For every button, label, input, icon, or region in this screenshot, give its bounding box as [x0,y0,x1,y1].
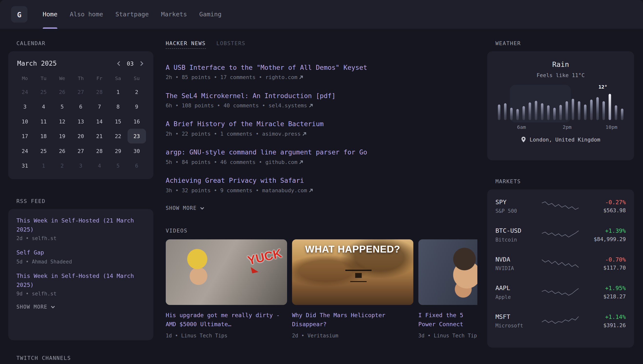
weather-section-title: WEATHER [495,40,634,46]
chevron-right-icon [139,60,145,66]
market-row[interactable]: AAPL Apple +1.95% $218.27 [495,278,626,307]
nav-tab-startpage[interactable]: Startpage [116,0,149,29]
calendar-day[interactable]: 23 [128,129,146,144]
video-title-link[interactable]: His upgrade got me really dirty - AMD $5… [166,310,287,329]
nav-tab-home[interactable]: Home [43,0,58,29]
calendar-day[interactable]: 5 [109,158,127,173]
calendar-day[interactable]: 12 [53,114,71,128]
nav-tab-also-home[interactable]: Also home [70,0,103,29]
calendar-day[interactable]: 1 [34,158,53,173]
market-quote: +1.39% $84,999.29 [579,228,626,242]
calendar-day[interactable]: 20 [72,129,90,144]
rss-item-title-link[interactable]: This Week in Self-Hosted (21 March 2025) [16,216,145,234]
calendar-day[interactable]: 26 [53,84,71,99]
story-title-link[interactable]: argp: GNU-style command line argument pa… [166,148,477,156]
market-row[interactable]: SPY S&P 500 -0.27% $563.98 [495,192,626,220]
story-meta-text: 5h • 84 points • 46 comments [166,159,256,165]
calendar-day[interactable]: 30 [128,144,146,158]
calendar-day[interactable]: 5 [53,99,71,114]
market-price: $117.70 [579,265,626,271]
rss-feed-list: This Week in Self-Hosted (21 March 2025)… [16,216,145,297]
calendar-day[interactable]: 25 [34,144,53,158]
story-source-link[interactable]: asimov.press [262,131,306,137]
calendar-day[interactable]: 4 [90,158,109,173]
story-title-link[interactable]: Achieving Great Privacy with Safari [166,177,477,184]
calendar-day[interactable]: 7 [90,99,109,114]
market-symbol: MSFT [495,313,542,320]
video-title-link[interactable]: I Fixed the 5 Power Connect [418,310,477,329]
video-title-link[interactable]: Why Did The Mars Helicopter Disappear? [292,310,413,329]
story-source-link[interactable]: righto.com [265,74,303,80]
top-nav: G Home Also home Startpage Markets Gamin… [0,0,643,29]
calendar-day[interactable]: 21 [90,129,109,144]
calendar-day[interactable]: 15 [109,114,127,128]
story-title-link[interactable]: A Brief History of the Miracle Bacterium [166,120,477,128]
calendar-day[interactable]: 13 [72,114,90,128]
news-show-more-button[interactable]: SHOW MORE [166,205,205,211]
video-thumbnail[interactable]: DO T T [418,239,477,305]
market-change: +1.14% [579,314,626,320]
calendar-day[interactable]: 29 [109,144,127,158]
calendar-day[interactable]: 26 [53,144,71,158]
calendar-day[interactable]: 2 [53,158,71,173]
calendar-day[interactable]: 24 [16,84,34,99]
weather-time-label: 6am [517,124,526,130]
calendar-day[interactable]: 27 [72,84,90,99]
calendar-prev-button[interactable] [116,60,122,66]
calendar-day[interactable]: 2 [128,84,146,99]
calendar-day[interactable]: 11 [34,114,53,128]
video-meta: 1d • Linus Tech Tips [166,332,287,338]
story-source-text: righto.com [265,74,298,80]
external-link-icon [309,104,313,108]
calendar-day[interactable]: 9 [128,99,146,114]
calendar-day[interactable]: 6 [128,158,146,173]
calendar-day[interactable]: 1 [109,84,127,99]
story-title-link[interactable]: A USB Interface to the "Mother of All De… [166,64,477,71]
market-row[interactable]: MSFT Microsoft +1.14% $391.26 [495,307,626,336]
nav-tab-gaming[interactable]: Gaming [199,0,221,29]
calendar-day[interactable]: 16 [128,114,146,128]
calendar-day[interactable]: 17 [16,129,34,144]
market-quote: -0.27% $563.98 [579,199,626,214]
story-source-link[interactable]: matanabudy.com [262,187,313,194]
calendar-day[interactable]: 3 [16,99,34,114]
calendar-day[interactable]: 28 [90,144,109,158]
app-logo[interactable]: G [11,6,27,22]
calendar-day[interactable]: 18 [34,129,53,144]
calendar-day[interactable]: 22 [109,129,127,144]
calendar-day[interactable]: 6 [72,99,90,114]
calendar-day[interactable]: 24 [16,144,34,158]
tab-hacker-news[interactable]: HACKER NEWS [166,40,206,49]
calendar-weekdays: Mo Tu We Th Fr Sa Su [16,72,146,84]
rss-item-title-link[interactable]: Self Gap [16,248,145,258]
calendar-weekday-label: Su [128,72,146,84]
story-meta: 3h • 32 points • 9 comments • matanabudy… [166,187,477,194]
calendar-day[interactable]: 27 [72,144,90,158]
calendar-next-button[interactable] [139,60,145,66]
story-source-link[interactable]: github.com [265,159,303,165]
news-story: Achieving Great Privacy with Safari 3h •… [166,177,477,194]
calendar-day[interactable]: 3 [72,158,90,173]
story-title-link[interactable]: The SeL4 Microkernel: An Introduction [p… [166,92,477,100]
calendar-day[interactable]: 19 [53,129,71,144]
market-row[interactable]: BTC-USD Bitcoin +1.39% $84,999.29 [495,220,626,249]
market-identity: AAPL Apple [495,284,542,300]
calendar-day[interactable]: 31 [16,158,34,173]
calendar-day[interactable]: 8 [109,99,127,114]
calendar-day[interactable]: 14 [90,114,109,128]
nav-tab-markets[interactable]: Markets [161,0,187,29]
story-source-link[interactable]: sel4.systems [269,102,313,108]
rss-feed-item: Self Gap 5d • Ahmad Shadeed [16,248,145,265]
calendar-day[interactable]: 25 [34,84,53,99]
tab-lobsters[interactable]: LOBSTERS [216,40,245,48]
rss-item-title-link[interactable]: This Week in Self-Hosted (14 March 2025) [16,272,145,290]
rss-show-more-button[interactable]: SHOW MORE [16,304,55,310]
market-row[interactable]: NVDA NVIDIA -0.70% $117.70 [495,249,626,278]
video-thumbnail[interactable]: YUCK [166,239,287,305]
calendar-day[interactable]: 4 [34,99,53,114]
story-meta: 5h • 84 points • 46 comments • github.co… [166,159,477,165]
video-thumbnail[interactable]: WHAT HAPPENED? [292,239,413,305]
market-price: $563.98 [579,207,626,214]
calendar-day[interactable]: 10 [16,114,34,128]
calendar-day[interactable]: 28 [90,84,109,99]
